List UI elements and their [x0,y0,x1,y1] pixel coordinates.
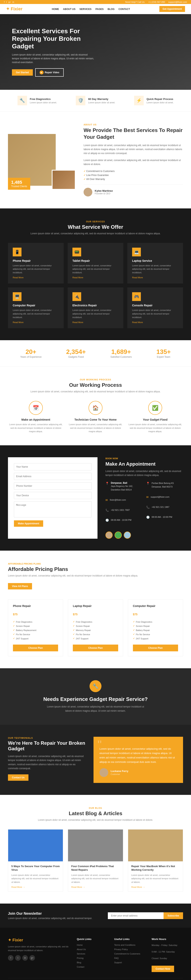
process-step-2-title: Technician Come To Your Home [68,418,123,421]
blog-post-3-link[interactable]: Read More → [131,886,180,888]
avatar-2 [115,531,122,539]
logo-text: Fixier [11,6,22,11]
tw-icon[interactable]: t [6,1,7,3]
service-console: 🎮 Console Repair Lorem ipsum dolor sit a… [127,288,183,328]
pricing-laptop: Laptop Repair $75 Free Diagnostics Scree… [68,600,123,656]
choose-laptop-plan-button[interactable]: Choose Plan [73,644,118,651]
footer-tw-icon[interactable]: t [15,955,21,961]
footer-fb-icon[interactable]: f [8,955,14,961]
view-all-plans-button[interactable]: View All Plans [8,583,32,589]
blog-grid: 5 Ways To Secure Your Computer From Viru… [8,829,183,892]
blog-post-2-link[interactable]: Read More → [71,886,119,888]
footer-link-faq[interactable]: FAQ [114,957,119,959]
laptop-feature-5: 24/7 Support [73,636,118,641]
footer-in-icon[interactable]: in [22,955,28,961]
process-step-1-desc: Lorem ipsum dolor sit amet, consectetur … [8,423,64,433]
pricing-phone-price: $75 [13,609,58,617]
name-input[interactable] [14,463,92,470]
feature-diagnostics: 🔧 Free Diagnostics Lorem ipsum dolor sit… [18,96,57,105]
submit-appointment-button[interactable]: Make Appointment [14,520,43,527]
email-link[interactable]: support@fixier.com [168,1,187,3]
phone-input[interactable] [14,482,92,490]
feature-warranty-title: 60 Day Warranty [88,97,115,100]
site-logo: ✦ Fixier [6,6,22,11]
footer-link-contact[interactable]: Contact [77,966,84,968]
fixed-icon: ✅ [148,401,162,415]
social-links[interactable]: f t g+ in [4,1,14,3]
appointment-form: Make Appointment [8,457,97,539]
nav-contact[interactable]: Contact [118,8,130,11]
pricing-laptop-title: Laptop Repair [73,605,118,608]
feature-quick: ⚡ Quick Repair Process Lorem ipsum dolor… [134,96,173,105]
footer-link-home[interactable]: Home [77,944,83,946]
gp-icon[interactable]: g+ [8,1,11,3]
service-console-link[interactable]: Read More [132,321,178,323]
blog-subtitle: Lorem ipsum dolor sit amet, consectetur … [8,819,183,821]
diagnostics-icon: 🔧 [18,96,27,105]
phone-link[interactable]: +1 (234) 567-890 [148,1,165,3]
footer-link-terms[interactable]: Terms and Conditions [114,944,135,946]
footer-link-about[interactable]: About Us [77,948,86,951]
footer-link-commitment[interactable]: Commitment to Customers [114,953,140,955]
footer-quick-links-col: Quick Links Home About Us Services Prici… [77,938,108,972]
nav-blog[interactable]: Blog [108,8,115,11]
nav-home[interactable]: Home [52,8,59,11]
get-appointment-button[interactable]: Get Appointment [159,6,185,12]
email-input[interactable] [14,473,92,480]
testimonial-person-role: Customer [111,773,120,775]
choose-phone-plan-button[interactable]: Choose Plan [13,644,58,651]
service-computer-desc: Lorem ipsum dolor sit amet, consectetur … [13,309,59,319]
services-subtitle: Lorem ipsum dolor sit amet, consectetur … [8,232,183,235]
feature-diagnostics-text: Free Diagnostics Lorem ipsum dolor sit a… [30,97,57,104]
pricing-computer-features: Free Diagnostics Screen Repair Battery R… [133,620,178,641]
in-icon[interactable]: in [13,1,14,3]
contact-us-button[interactable]: Contact Us [8,774,29,781]
email-item-2: ✉ support@fixier.com [146,495,183,503]
service-computer-link[interactable]: Read More [13,321,59,323]
device-input[interactable] [14,492,92,499]
features-section: 🔧 Free Diagnostics Lorem ipsum dolor sit… [0,90,191,111]
main-nav: ✦ Fixier Home About Us Services Pages Bl… [0,4,191,14]
blog-post-3-image [128,829,183,861]
nav-pages[interactable]: Pages [96,8,103,11]
newsletter-email-input[interactable] [108,912,164,919]
footer-logo: ✦ Fixier [8,938,71,942]
footer-link-support[interactable]: Support [114,961,122,964]
phone-item-1: 📞 +62 821 1921 7687 [105,508,142,516]
footer-link-services[interactable]: Services [77,953,85,955]
service-electronics-link[interactable]: Read More [72,321,119,323]
get-started-button[interactable]: Get Started [12,69,33,76]
footer-gp-icon[interactable]: g+ [29,955,35,961]
email-icon-1: ✉ [105,498,108,502]
footer-work-line2: 9 AM - 11 PM: Saturday [151,950,183,954]
nav-about[interactable]: About Us [63,8,76,11]
repair-video-button[interactable]: ▶ Repair Video [35,68,64,76]
blog-post-1-link[interactable]: Read More → [11,886,60,888]
feature-quick-title: Quick Repair Process [146,97,173,100]
service-laptop-link[interactable]: Read More [132,276,178,279]
warranty-icon: 🛡️ [76,96,85,105]
testimonial-avatar [99,768,108,777]
service-phone-link[interactable]: Read More [13,276,59,279]
nav-services[interactable]: Services [80,8,91,11]
fb-icon[interactable]: f [4,1,5,3]
blog-post-3-body: Repair Your MacBook When it's Not Workin… [128,861,183,891]
hero-section: Excellent Services For Repairing Your Br… [0,14,191,90]
footer-link-blog[interactable]: Blog [77,961,81,964]
message-input[interactable] [14,501,92,517]
blog-post-2-title: Four Common iPad Problems That Need Repa… [71,865,119,872]
service-tablet-desc: Lorem ipsum dolor sit amet, consectetur … [72,264,119,275]
nav-menu: Home About Us Services Pages Blog Contac… [52,8,130,11]
footer-link-privacy[interactable]: Privacy Policy [114,948,128,951]
contact-now-button[interactable]: Contact Now [151,966,174,972]
footer-link-pricing[interactable]: Pricing [77,957,84,959]
service-tablet-link[interactable]: Read More [72,276,119,279]
blog-post-1: 5 Ways To Secure Your Computer From Viru… [8,829,63,892]
choose-computer-plan-button[interactable]: Choose Plan [133,644,178,651]
person-name: Kylee Martinez [95,189,113,192]
appointment-desc: Lorem ipsum dolor sit amet, consectetur … [105,469,183,477]
stat-experience-num: 20+ [20,348,41,356]
process-label: Our Working Process [8,379,183,381]
subscribe-button[interactable]: Subscribe [164,912,183,919]
appointment-title: Make An Appointment [105,461,183,467]
